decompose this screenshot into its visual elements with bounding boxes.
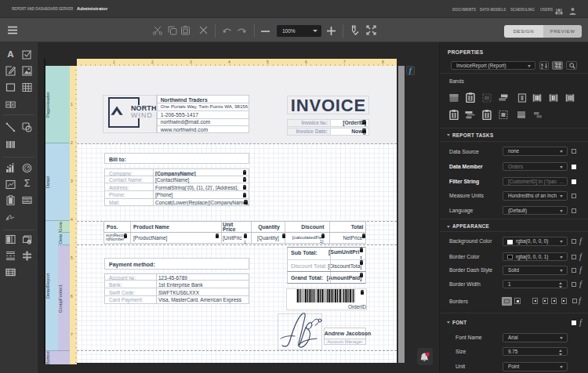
svg-text:PDF: PDF xyxy=(24,199,29,202)
